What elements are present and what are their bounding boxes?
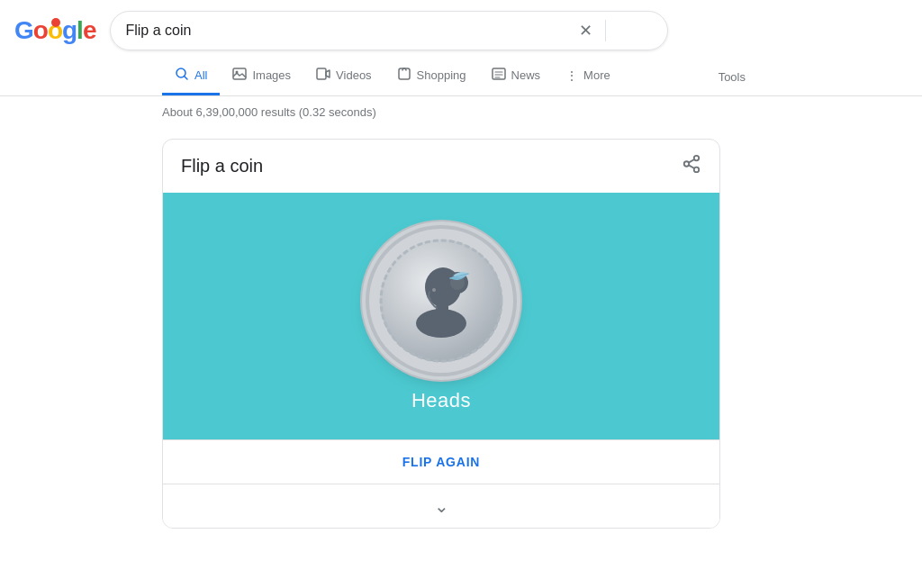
flip-again-button[interactable]: FLIP AGAIN [163, 439, 719, 484]
voice-search-button[interactable] [617, 27, 624, 34]
tab-all[interactable]: All [162, 58, 220, 95]
clear-icon[interactable]: ✕ [577, 19, 594, 42]
search-divider [605, 20, 606, 41]
more-icon: ⋮ [565, 68, 578, 83]
logo-letter-g: G [14, 16, 33, 44]
logo-letter-o2: o [48, 16, 62, 45]
lens-search-button[interactable] [631, 27, 638, 34]
tools-button[interactable]: Tools [704, 61, 760, 93]
tab-all-label: All [194, 68, 207, 82]
search-bar: ✕ [110, 11, 668, 50]
logo-letter-o1: o [33, 16, 48, 44]
coin-result: Heads [411, 389, 471, 412]
google-logo: Google [14, 16, 95, 45]
svg-line-20 [689, 159, 694, 163]
logo-letter-g2: g [62, 16, 77, 44]
chevron-down-icon: ⌄ [434, 495, 449, 517]
search-nav: All Images Videos Shopping [0, 54, 922, 96]
logo-letter-l: l [77, 16, 83, 44]
videos-icon [316, 67, 330, 84]
coin [369, 229, 513, 373]
news-icon [492, 67, 506, 84]
svg-line-8 [185, 77, 188, 80]
all-icon [175, 67, 189, 84]
tab-more-label: More [583, 68, 610, 82]
logo-letter-e: e [83, 16, 96, 44]
search-submit-button[interactable] [646, 27, 653, 34]
tab-shopping-label: Shopping [417, 68, 466, 82]
svg-point-17 [684, 161, 690, 167]
svg-point-29 [432, 288, 436, 292]
tab-more[interactable]: ⋮ More [553, 59, 623, 95]
images-icon [232, 67, 247, 84]
coin-face-svg [378, 238, 504, 364]
svg-point-16 [694, 156, 700, 161]
coin-area: Heads [163, 193, 719, 439]
svg-point-25 [416, 309, 466, 338]
card-title: Flip a coin [181, 156, 263, 176]
card-header: Flip a coin [163, 140, 719, 193]
tab-images-label: Images [252, 68, 291, 82]
tab-news[interactable]: News [479, 58, 554, 95]
flip-coin-card: Flip a coin [162, 139, 720, 529]
tab-videos-label: Videos [336, 68, 372, 82]
tab-images[interactable]: Images [220, 58, 303, 95]
card-expand-button[interactable]: ⌄ [163, 484, 719, 528]
results-count: About 6,39,00,000 results (0.32 seconds) [162, 105, 376, 119]
svg-point-18 [694, 167, 700, 173]
shopping-icon [397, 67, 411, 84]
header: Google ✕ [0, 0, 922, 50]
tab-shopping[interactable]: Shopping [384, 58, 479, 95]
svg-rect-11 [317, 68, 326, 79]
search-input[interactable] [125, 23, 570, 39]
tab-videos[interactable]: Videos [303, 58, 384, 95]
results-info: About 6,39,00,000 results (0.32 seconds) [0, 96, 922, 128]
flip-again-label: FLIP AGAIN [402, 455, 481, 469]
svg-line-19 [689, 165, 694, 168]
coin-inner [369, 229, 513, 373]
tab-news-label: News [511, 68, 541, 82]
share-icon[interactable] [682, 154, 701, 178]
